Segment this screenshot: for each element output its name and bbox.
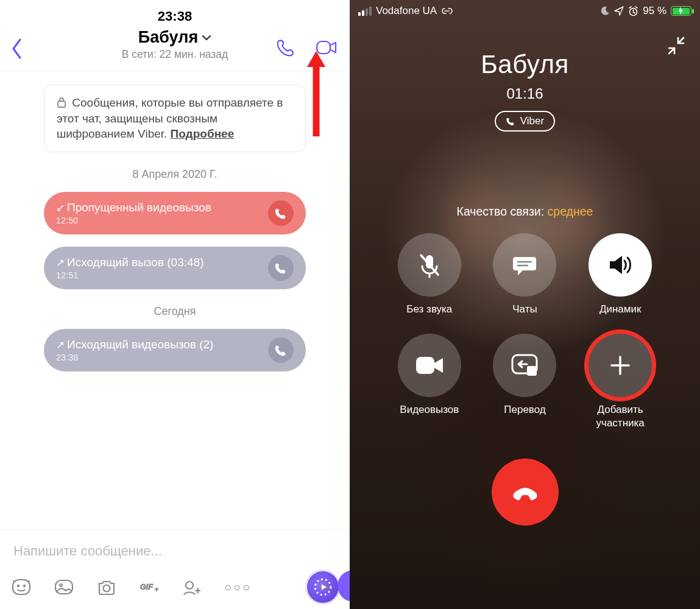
battery-percent: 95 % — [643, 5, 666, 17]
outgoing-call-entry[interactable]: ↗Исходящий вызов (03:48) 12:51 — [44, 247, 306, 289]
speaker-button[interactable] — [589, 233, 652, 297]
call-actions-grid: Без звука Чаты Динамик Видеовызов — [382, 233, 668, 429]
contact-title[interactable]: Бабуля — [138, 28, 211, 47]
alarm-icon — [628, 6, 638, 16]
svg-rect-0 — [317, 41, 330, 54]
transfer-label: Перевод — [504, 403, 545, 416]
voice-message-button[interactable] — [307, 571, 339, 603]
call-entry-text: Исходящий вызов (03:48) — [67, 256, 204, 269]
call-screen: Vodafone UA 95 % Бабуля 01:16 Viber Каче… — [350, 0, 700, 609]
chat-body: Сообщения, которые вы отправляете в этот… — [0, 71, 350, 529]
call-quality: Качество связи: среднее — [350, 205, 700, 219]
location-icon — [614, 6, 624, 16]
svg-point-9 — [104, 585, 110, 592]
callback-button[interactable] — [268, 337, 294, 363]
sticker-icon[interactable] — [11, 577, 32, 597]
chevron-down-icon — [202, 34, 211, 41]
mute-button[interactable] — [398, 233, 461, 297]
svg-point-12 — [186, 582, 193, 589]
mention-icon[interactable]: + — [182, 577, 202, 597]
back-button[interactable] — [11, 38, 23, 60]
date-separator: 8 Апреля 2020 Г. — [44, 168, 306, 181]
add-participant-button[interactable] — [589, 334, 652, 397]
call-entry-time: 23:38 — [56, 353, 262, 362]
svg-point-8 — [60, 584, 62, 586]
minimize-button[interactable] — [666, 35, 687, 56]
app-pill-label: Viber — [520, 115, 544, 127]
callback-button[interactable] — [268, 255, 294, 281]
more-icon[interactable]: ○○○ — [224, 580, 252, 594]
svg-text:GIF: GIF — [140, 582, 154, 591]
dnd-moon-icon — [600, 6, 610, 16]
phone-icon — [506, 116, 515, 126]
contact-status: В сети: 22 мин. назад — [122, 48, 228, 61]
call-contact-name: Бабуля — [350, 50, 700, 79]
chats-label: Чаты — [512, 303, 537, 315]
incoming-arrow-icon: ↙ — [56, 202, 65, 214]
quality-label: Качество связи: — [457, 205, 548, 218]
call-entry-text: Пропущенный видеовызов — [67, 201, 211, 214]
transfer-button[interactable] — [493, 334, 556, 397]
call-duration: 01:16 — [350, 85, 700, 102]
svg-rect-23 — [527, 366, 537, 376]
svg-rect-4 — [13, 580, 30, 594]
mute-label: Без звука — [406, 303, 452, 315]
app-source-pill[interactable]: Viber — [495, 111, 555, 132]
chat-header: Бабуля В сети: 22 мин. назад — [0, 24, 350, 71]
outgoing-arrow-icon: ↗ — [56, 339, 65, 351]
hangup-button[interactable] — [492, 459, 559, 526]
encryption-notice[interactable]: Сообщения, которые вы отправляете в этот… — [44, 85, 306, 152]
link-icon — [441, 7, 453, 15]
audio-call-button[interactable] — [274, 35, 299, 60]
camera-icon[interactable] — [96, 577, 117, 597]
chat-screen: 23:38 Бабуля В сети: 22 мин. назад — [0, 0, 350, 609]
lock-icon — [57, 96, 69, 109]
encryption-more-link[interactable]: Подробнее — [171, 127, 235, 140]
gallery-icon[interactable] — [54, 577, 74, 597]
signal-icon — [358, 7, 372, 16]
svg-rect-3 — [58, 101, 65, 107]
svg-rect-7 — [55, 580, 72, 594]
status-clock: 23:38 — [0, 0, 350, 24]
svg-marker-15 — [321, 583, 327, 590]
chats-button[interactable] — [493, 233, 556, 297]
message-input[interactable]: Напишите сообщение... — [11, 538, 339, 571]
callback-button[interactable] — [268, 200, 294, 226]
videocall-button[interactable] — [398, 334, 461, 397]
battery-icon — [671, 6, 691, 16]
call-entry-text: Исходящий видеовызов (2) — [67, 338, 213, 351]
svg-text:+: + — [155, 585, 159, 594]
outgoing-videocall-entry[interactable]: ↗Исходящий видеовызов (2) 23:38 — [44, 329, 306, 371]
gif-icon[interactable]: GIF+ — [139, 577, 160, 597]
video-call-button[interactable] — [314, 35, 339, 60]
svg-text:+: + — [195, 585, 200, 596]
call-entry-time: 12:51 — [56, 270, 262, 280]
add-participant-label: Добавить участника — [573, 403, 668, 429]
status-bar: Vodafone UA 95 % — [350, 0, 700, 17]
contact-name: Бабуля — [138, 28, 198, 47]
message-composer: Напишите сообщение... GIF+ + ○○○ — [0, 529, 350, 609]
outgoing-arrow-icon: ↗ — [56, 257, 65, 269]
videocall-label: Видеовызов — [400, 403, 459, 416]
quality-value: среднее — [548, 205, 593, 218]
svg-rect-21 — [416, 357, 434, 374]
svg-point-5 — [17, 585, 19, 587]
carrier-label: Vodafone UA — [376, 5, 437, 17]
svg-point-6 — [23, 585, 26, 587]
call-entry-time: 12:50 — [56, 216, 262, 225]
date-separator: Сегодня — [44, 305, 306, 318]
missed-videocall-entry[interactable]: ↙Пропущенный видеовызов 12:50 — [44, 192, 306, 234]
speaker-label: Динамик — [599, 303, 641, 315]
